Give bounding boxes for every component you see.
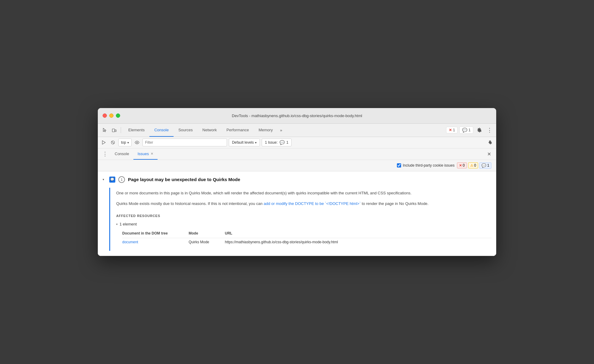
kebab-menu-button[interactable]: ⋮ — [485, 126, 494, 134]
main-toolbar: Elements Console Sources Network Perform… — [98, 124, 496, 137]
document-link[interactable]: document — [122, 240, 189, 244]
ban-icon — [111, 140, 115, 145]
cursor-icon-button[interactable] — [100, 126, 109, 134]
cursor-icon — [102, 128, 107, 133]
traffic-lights — [103, 113, 120, 118]
issue-count-button[interactable]: 1 Issue: 💬 1 — [262, 139, 292, 146]
panel-tab-issues[interactable]: Issues ✕ — [133, 148, 158, 160]
resource-chevron-icon: ▾ — [116, 223, 118, 226]
console-toolbar: top ▾ Default levels ▾ 1 Issue: 💬 1 — [98, 137, 496, 148]
error-x-icon: ✕ — [449, 128, 452, 132]
minimize-button[interactable] — [109, 113, 113, 118]
issue-count-circle: 1 — [118, 176, 125, 183]
devtools-window: DevTools - mathiasbynens.github.io/css-d… — [98, 108, 496, 256]
issue-body-content: One or more documents in this page is in… — [116, 188, 491, 251]
issue-type-icon: 💬 — [109, 177, 115, 183]
tab-elements[interactable]: Elements — [123, 124, 149, 137]
default-levels-selector[interactable]: Default levels ▾ — [229, 139, 260, 146]
cookie-checkbox[interactable] — [397, 163, 401, 168]
panel-menu-button[interactable]: ⋮ — [101, 150, 109, 158]
panel-tabs: ⋮ Console Issues ✕ ✕ — [98, 148, 496, 160]
affected-resources-title: AFFECTED RESOURCES — [116, 214, 491, 218]
device-icon-button[interactable] — [110, 126, 118, 134]
close-button[interactable] — [103, 113, 107, 118]
warning-badge-count: 0 — [474, 163, 476, 168]
issues-header-bar: Include third-party cookie issues ✕ 0 ⚠ … — [98, 160, 496, 171]
run-script-button[interactable] — [100, 139, 107, 146]
panel-close-button[interactable]: ✕ — [485, 150, 493, 158]
resource-count-label: 1 element — [120, 222, 137, 226]
error-issues-badge[interactable]: ✕ 0 — [457, 162, 467, 168]
gear-icon — [477, 128, 482, 133]
message-count: 1 — [468, 128, 471, 132]
device-icon — [112, 128, 117, 133]
svg-point-5 — [136, 142, 138, 143]
error-badge-icon: ✕ — [459, 164, 462, 168]
resource-url: https://mathiasbynens.github.io/css-dbg-… — [225, 240, 491, 244]
resource-table-row: document Quirks Mode https://mathiasbyne… — [122, 238, 491, 246]
col-mode-header: Mode — [189, 231, 225, 235]
svg-rect-1 — [115, 130, 116, 132]
resource-mode: Quirks Mode — [189, 240, 225, 244]
settings-button[interactable] — [475, 126, 484, 134]
panel-tab-console[interactable]: Console — [110, 148, 133, 160]
context-selector[interactable]: top ▾ — [118, 139, 132, 146]
resource-tree-expand[interactable]: ▾ 1 element — [116, 221, 491, 228]
resource-table: Document in the DOM tree Mode URL docume… — [122, 230, 491, 246]
issues-count-badges: ✕ 0 ⚠ 0 💬 1 — [457, 162, 491, 169]
maximize-button[interactable] — [116, 113, 120, 118]
toolbar-right: ✕ 1 💬 1 ⋮ — [446, 126, 494, 134]
window-title: DevTools - mathiasbynens.github.io/css-d… — [232, 113, 362, 118]
error-count: 1 — [453, 128, 455, 132]
info-badge-count: 1 — [487, 163, 489, 168]
issue-description: One or more documents in this page is in… — [116, 188, 491, 209]
error-badge-count: 0 — [463, 163, 465, 168]
issue-accent-bar — [109, 188, 110, 251]
info-issues-badge[interactable]: 💬 1 — [479, 162, 491, 169]
cookie-label: Include third-party cookie issues — [403, 163, 455, 168]
error-count-badge[interactable]: ✕ 1 — [446, 127, 458, 133]
col-url-header: URL — [225, 231, 491, 235]
panel-tabs-right: ✕ — [485, 150, 493, 158]
resource-table-header: Document in the DOM tree Mode URL — [122, 230, 491, 238]
svg-rect-0 — [112, 129, 115, 132]
play-icon — [102, 140, 106, 145]
warning-badge-icon: ⚠ — [470, 164, 473, 168]
info-badge-icon: 💬 — [481, 163, 486, 168]
issue-chevron-icon: ▾ — [103, 178, 106, 181]
issue-title: Page layout may be unexpected due to Qui… — [128, 177, 240, 182]
issue-item: ▾ 💬 1 Page layout may be unexpected due … — [98, 171, 496, 256]
more-tabs-button[interactable]: » — [278, 124, 285, 137]
message-icon: 💬 — [462, 128, 467, 133]
col-document-header: Document in the DOM tree — [122, 231, 189, 235]
console-gear-icon — [488, 140, 492, 145]
tab-console[interactable]: Console — [149, 124, 174, 137]
issue-message-icon: 💬 — [279, 140, 285, 145]
issue-header-row[interactable]: ▾ 💬 1 Page layout may be unexpected due … — [98, 171, 496, 188]
doctype-link[interactable]: add or modify the DOCTYPE to be `<!DOCTY… — [263, 201, 361, 206]
eye-icon — [135, 141, 139, 144]
svg-marker-2 — [102, 141, 105, 144]
svg-line-4 — [112, 141, 114, 144]
affected-resources-section: AFFECTED RESOURCES ▾ 1 element Document … — [116, 209, 491, 251]
tab-sources[interactable]: Sources — [174, 124, 198, 137]
titlebar: DevTools - mathiasbynens.github.io/css-d… — [98, 108, 496, 124]
issues-tab-close[interactable]: ✕ — [151, 152, 153, 156]
tab-nav: Elements Console Sources Network Perform… — [123, 124, 445, 137]
issues-panel: Include third-party cookie issues ✕ 0 ⚠ … — [98, 160, 496, 256]
issue-body-container: One or more documents in this page is in… — [109, 188, 491, 251]
message-count-badge[interactable]: 💬 1 — [459, 126, 473, 134]
issues-header-right: Include third-party cookie issues ✕ 0 ⚠ … — [397, 162, 491, 169]
cookie-issues-toggle: Include third-party cookie issues — [397, 163, 455, 168]
console-settings-button[interactable] — [487, 139, 494, 146]
tab-memory[interactable]: Memory — [254, 124, 278, 137]
filter-input[interactable] — [142, 139, 227, 146]
warning-issues-badge[interactable]: ⚠ 0 — [468, 162, 478, 168]
toolbar-separator — [121, 127, 121, 133]
tab-performance[interactable]: Performance — [222, 124, 254, 137]
clear-console-button[interactable] — [109, 139, 117, 146]
eye-button[interactable] — [133, 139, 141, 146]
tab-network[interactable]: Network — [198, 124, 222, 137]
